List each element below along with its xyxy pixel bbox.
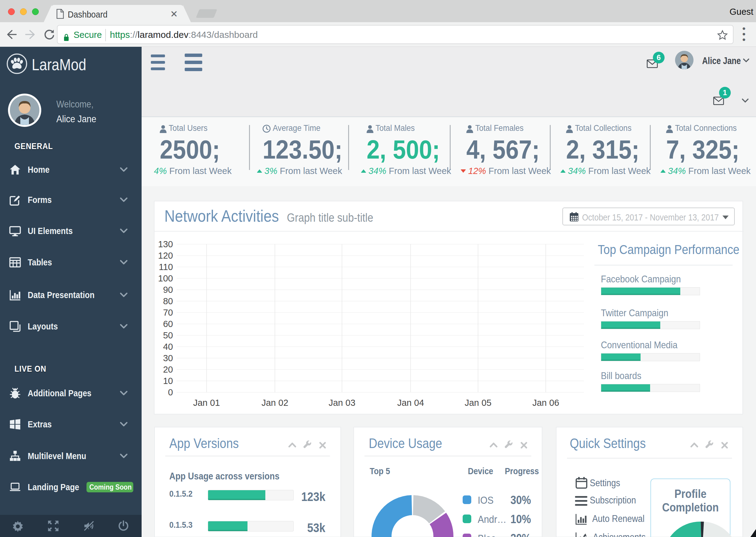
svg-text:90: 90: [163, 285, 173, 295]
svg-text:Jan 05: Jan 05: [464, 398, 491, 408]
svg-text:10: 10: [163, 376, 173, 386]
svg-text:130: 130: [158, 239, 173, 249]
svg-text:40: 40: [163, 342, 173, 351]
svg-text:Jan 06: Jan 06: [532, 398, 559, 408]
svg-text:30: 30: [163, 353, 173, 363]
svg-text:Jan 02: Jan 02: [261, 398, 288, 408]
svg-text:20: 20: [163, 365, 173, 374]
svg-text:Jan 03: Jan 03: [329, 398, 355, 408]
svg-text:50: 50: [163, 330, 173, 340]
svg-text:Jan 01: Jan 01: [193, 398, 220, 408]
svg-text:60: 60: [163, 319, 173, 329]
svg-text:110: 110: [159, 262, 173, 272]
svg-text:0: 0: [168, 387, 173, 397]
svg-text:80: 80: [163, 296, 173, 306]
svg-text:120: 120: [158, 251, 173, 261]
svg-text:100: 100: [158, 273, 173, 283]
svg-text:70: 70: [163, 308, 173, 317]
svg-text:Jan 04: Jan 04: [397, 398, 424, 408]
